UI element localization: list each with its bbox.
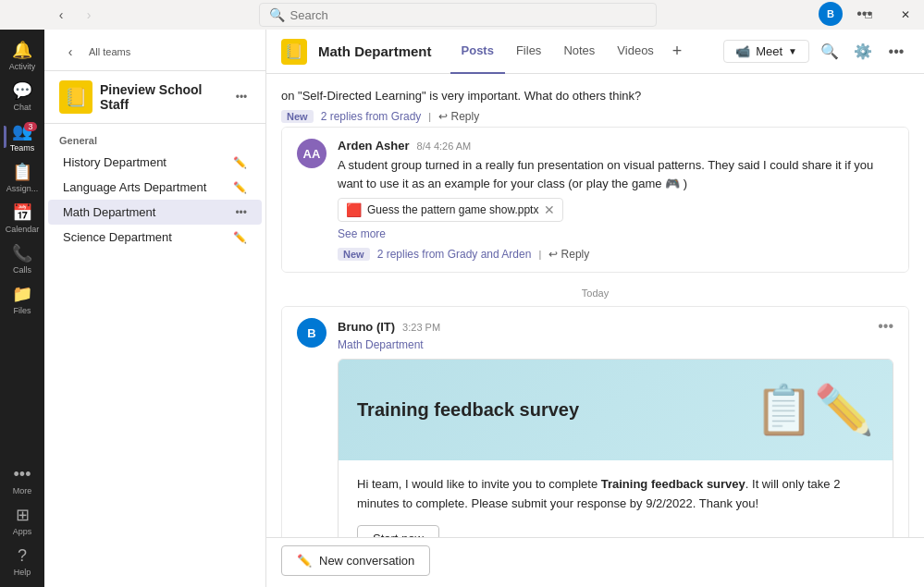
- tab-posts[interactable]: Posts: [450, 30, 505, 74]
- channel-logo: 📒: [281, 39, 307, 65]
- arden-message-text: A student group turned in a really fun p…: [338, 156, 893, 192]
- arden-message-meta: Arden Asher 8/4 4:26 AM: [338, 139, 893, 153]
- new-conv-icon: ✏️: [297, 554, 312, 568]
- nav-files[interactable]: 📁 Files: [4, 281, 41, 318]
- arden-replies-count[interactable]: 2 replies from Grady and Arden: [377, 248, 532, 261]
- main-content: 📒 Math Department Posts Files Notes Vide…: [266, 30, 924, 587]
- nav-help[interactable]: ? Help: [4, 543, 41, 580]
- earlier-replies-count[interactable]: 2 replies from Grady: [321, 110, 422, 123]
- meet-camera-icon: 📹: [735, 44, 750, 58]
- tab-notes[interactable]: Notes: [552, 30, 606, 74]
- bruno-more-button[interactable]: •••: [878, 318, 893, 335]
- nav-chat[interactable]: 💬 Chat: [4, 78, 41, 115]
- history-channel-label: History Department: [63, 155, 233, 169]
- separator: |: [428, 111, 431, 122]
- nav-calendar[interactable]: 📅 Calendar: [4, 200, 41, 237]
- survey-title: Training feedback survey: [357, 399, 579, 421]
- pptx-icon: 🟥: [346, 202, 362, 217]
- sidebar-item-science[interactable]: Science Department ✏️: [48, 225, 262, 250]
- chat-icon: 💬: [12, 80, 32, 101]
- nav-assignments[interactable]: 📋 Assign...: [4, 159, 41, 196]
- all-teams-label[interactable]: All teams: [89, 46, 130, 57]
- tab-files[interactable]: Files: [505, 30, 552, 74]
- arden-avatar: AA: [297, 139, 326, 168]
- apps-icon: ⊞: [16, 505, 30, 525]
- meet-chevron-icon: ▼: [788, 46, 797, 56]
- math-more-icon[interactable]: •••: [235, 206, 247, 219]
- survey-header: Training feedback survey 📋✏️: [339, 360, 893, 460]
- sidebar-header: ‹ All teams: [44, 30, 265, 71]
- survey-text: Hi team, I would like to invite you to c…: [357, 475, 874, 514]
- math-channel-label: Math Department: [63, 205, 235, 219]
- new-conversation-bar: ✏️ New conversation: [266, 537, 924, 587]
- history-edit-icon: ✏️: [233, 156, 247, 169]
- separator2: |: [538, 249, 541, 260]
- bruno-avatar-container: B: [297, 318, 326, 537]
- nav-activity[interactable]: 🔔 Activity: [4, 37, 41, 74]
- new-conversation-button[interactable]: ✏️ New conversation: [281, 545, 430, 576]
- sidebar-item-language-arts[interactable]: Language Arts Department ✏️: [48, 175, 262, 200]
- team-logo: 📒: [59, 80, 92, 114]
- team-more-button[interactable]: •••: [232, 88, 251, 106]
- arden-avatar-container: AA: [297, 139, 326, 261]
- channel-more-button[interactable]: •••: [883, 39, 909, 65]
- bruno-message-content: Bruno (IT) 3:23 PM ••• Math Department T…: [338, 318, 893, 537]
- channel-settings-button[interactable]: ⚙️: [850, 39, 876, 65]
- new-badge-2: New: [338, 248, 370, 261]
- attachment-chip[interactable]: 🟥 Guess the pattern game show.pptx ✕: [338, 198, 563, 222]
- team-header: 📒 Pineview School Staff •••: [44, 71, 265, 124]
- survey-illustration: 📋✏️: [754, 382, 874, 438]
- assignments-icon: 📋: [12, 162, 32, 182]
- calendar-icon: 📅: [12, 202, 32, 223]
- nav-more[interactable]: ••• More: [4, 461, 41, 498]
- search-input[interactable]: [290, 8, 647, 22]
- user-avatar[interactable]: B: [819, 2, 843, 26]
- see-more-link[interactable]: See more: [338, 227, 893, 240]
- nav-teams[interactable]: 3 👥 Teams: [4, 118, 41, 155]
- channel-actions: 📹 Meet ▼ 🔍 ⚙️ •••: [723, 39, 909, 65]
- bruno-message-inner: B Bruno (IT) 3:23 PM ••• Math: [297, 318, 893, 537]
- channel-name: Math Department: [318, 43, 432, 59]
- search-box: 🔍: [259, 3, 657, 27]
- bruno-message-meta: Bruno (IT) 3:23 PM •••: [338, 318, 893, 335]
- bruno-message-thread: B Bruno (IT) 3:23 PM ••• Math: [281, 306, 909, 537]
- more-options-button[interactable]: •••: [856, 6, 872, 22]
- nav-calls[interactable]: 📞 Calls: [4, 240, 41, 277]
- search-channel-button[interactable]: 🔍: [817, 39, 843, 65]
- attachment-close-button[interactable]: ✕: [544, 202, 555, 217]
- earlier-text: on "Self-Directed Learning" is very impo…: [281, 89, 909, 103]
- channel-header: 📒 Math Department Posts Files Notes Vide…: [266, 30, 924, 74]
- files-nav-icon: 📁: [12, 284, 32, 304]
- search-area: 🔍: [102, 3, 813, 27]
- sidebar-item-math[interactable]: Math Department •••: [48, 200, 262, 225]
- start-now-button[interactable]: Start now: [357, 525, 439, 537]
- arden-time: 8/4 4:26 AM: [417, 141, 472, 152]
- bruno-author: Bruno (IT): [338, 320, 395, 334]
- arden-reply-button[interactable]: ↩ Reply: [548, 248, 589, 261]
- meet-button[interactable]: 📹 Meet ▼: [723, 40, 809, 63]
- help-icon: ?: [18, 546, 27, 566]
- back-button[interactable]: ‹: [48, 2, 74, 28]
- new-badge: New: [281, 110, 314, 123]
- science-channel-label: Science Department: [63, 230, 233, 244]
- date-separator: Today: [281, 287, 909, 299]
- bruno-avatar: B: [297, 318, 326, 348]
- close-button[interactable]: ✕: [887, 1, 924, 29]
- language-arts-channel-label: Language Arts Department: [63, 180, 233, 194]
- nav-apps[interactable]: ⊞ Apps: [4, 502, 41, 539]
- bruno-message: B Bruno (IT) 3:23 PM ••• Math: [282, 307, 908, 537]
- sidebar-item-history[interactable]: History Department ✏️: [48, 150, 262, 175]
- arden-message-content: Arden Asher 8/4 4:26 AM A student group …: [338, 139, 893, 261]
- tab-videos[interactable]: Videos: [606, 30, 665, 74]
- back-to-teams-button[interactable]: ‹: [59, 41, 81, 63]
- sidebar: ‹ All teams 📒 Pineview School Staff ••• …: [44, 30, 266, 587]
- bruno-time: 3:23 PM: [402, 322, 440, 333]
- language-arts-edit-icon: ✏️: [233, 181, 247, 194]
- arden-author: Arden Asher: [338, 139, 410, 153]
- survey-card: Training feedback survey 📋✏️ Hi team, I …: [338, 359, 893, 537]
- add-tab-button[interactable]: +: [665, 30, 690, 74]
- earlier-reply-button[interactable]: ↩ Reply: [438, 110, 479, 123]
- bruno-subtitle: Math Department: [338, 338, 893, 351]
- forward-button[interactable]: ›: [76, 2, 102, 28]
- more-icon: •••: [14, 465, 31, 484]
